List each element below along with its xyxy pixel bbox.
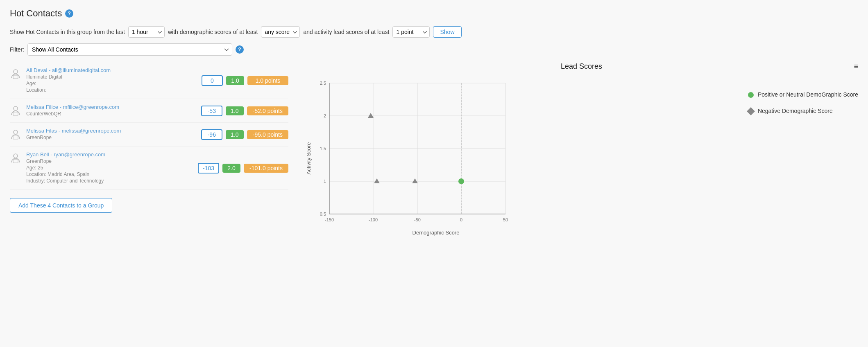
chart-point-3 [374,178,380,183]
contact-name-2[interactable]: Melissa Filice - mfilice@greenrope.com [26,104,196,110]
contact-company-1: Illuminate Digital [26,74,197,80]
demographic-score-badge-1: 0 [202,75,223,86]
contact-filter-select[interactable]: Show All Contacts Show Positive Demograp… [27,43,232,56]
svg-text:1.5: 1.5 [320,146,326,151]
chart-svg-wrapper: Activity Score Demographic Score [305,75,740,240]
demographic-score-badge-4: -103 [198,163,219,174]
contact-age-1: Age: [26,81,197,86]
contact-location-1: Location: [26,87,197,93]
filter-help-icon[interactable]: ? [236,45,244,54]
page-title: Hot Contacts [10,8,62,19]
contact-company-4: GreenRope [26,158,193,164]
scores-group-4: -103 2.0 -101.0 points [198,163,288,174]
svg-text:Demographic Score: Demographic Score [412,230,460,236]
page-title-section: Hot Contacts ? [10,8,858,19]
time-select[interactable]: 1 hour 6 hours 12 hours 24 hours 48 hour… [128,26,165,38]
contact-name-3[interactable]: Melissa Filas - melissa@greenrope.com [26,128,196,134]
total-points-badge-1: 1.0 points [247,76,288,85]
activity-score-select[interactable]: 1 point 2 points 5 points 10 points [392,26,430,38]
contact-industry-4: Industry: Computer and Technology [26,178,193,184]
contact-company-3: GreenRope [26,135,196,140]
svg-rect-5 [13,136,18,139]
scores-group-2: -53 1.0 -52.0 points [201,106,288,116]
chart-legend: Positive or Neutral DemoGraphic Score Ne… [748,75,858,240]
show-button[interactable]: Show [433,26,461,38]
chart-title: Lead Scores [561,62,602,71]
table-row: Ryan Bell - ryan@greenrope.com GreenRope… [10,146,288,190]
svg-text:2: 2 [324,113,326,118]
scores-group-1: 0 1.0 1.0 points [202,75,288,86]
contact-avatar-4 [10,152,21,164]
svg-rect-1 [13,75,18,79]
contact-location-4: Location: Madrid Area, Spain [26,171,193,177]
svg-point-4 [14,130,18,134]
add-group-button[interactable]: Add These 4 Contacts to a Group [10,198,112,213]
main-content: Ali Deval - ali@illuminatedigital.com Il… [10,62,858,240]
scores-group-3: -96 1.0 -95.0 points [201,129,288,140]
table-row: Melissa Filice - mfilice@greenrope.com C… [10,99,288,123]
filter-middle-text: with demographic scores of at least [168,29,258,35]
activity-score-badge-3: 1.0 [226,130,244,139]
chart-header: Lead Scores ≡ [305,62,858,71]
contact-name-4[interactable]: Ryan Bell - ryan@greenrope.com [26,151,193,158]
table-row: Ali Deval - ali@illuminatedigital.com Il… [10,62,288,99]
legend-negative-label: Negative Demographic Score [758,108,833,114]
filter-suffix-text: and activity lead scores of at least [303,29,389,35]
total-points-badge-4: -101.0 points [244,164,288,173]
svg-text:Activity Score: Activity Score [306,142,312,175]
demographic-score-badge-2: -53 [201,106,222,116]
svg-point-0 [14,70,18,74]
svg-rect-3 [13,112,18,115]
svg-rect-7 [13,160,18,163]
chart-point-1 [458,178,464,184]
contact-info-1: Ali Deval - ali@illuminatedigital.com Il… [26,67,197,94]
filter-row-1: Show Hot Contacts in this group from the… [10,26,858,38]
legend-positive-icon [748,92,754,98]
svg-point-2 [14,106,18,110]
svg-text:-150: -150 [325,217,334,222]
chart-menu-icon[interactable]: ≡ [854,62,858,71]
filter-prefix-text: Show Hot Contacts in this group from the… [10,29,125,35]
svg-text:1: 1 [324,179,326,184]
legend-item-negative: Negative Demographic Score [748,108,858,114]
contact-avatar-3 [10,128,21,140]
svg-text:0: 0 [460,217,462,222]
filter-label: Filter: [10,46,24,53]
page-help-icon[interactable]: ? [65,9,73,18]
contacts-list: Ali Deval - ali@illuminatedigital.com Il… [10,62,288,240]
legend-negative-icon [747,107,755,115]
activity-score-badge-2: 1.0 [226,106,244,115]
chart-container: Lead Scores ≡ Activity Score Demographic… [305,62,858,240]
svg-text:-50: -50 [414,217,421,222]
contact-avatar-1 [10,68,21,79]
contact-info-3: Melissa Filas - melissa@greenrope.com Gr… [26,128,196,141]
svg-text:-100: -100 [369,217,378,222]
contact-age-4: Age: 25 [26,165,193,171]
svg-text:0.5: 0.5 [320,212,326,216]
legend-positive-label: Positive or Neutral DemoGraphic Score [758,91,858,98]
total-points-badge-2: -52.0 points [247,106,288,115]
svg-text:50: 50 [503,217,508,222]
contact-company-2: CounterWebQR [26,111,196,117]
total-points-badge-3: -95.0 points [247,130,288,139]
activity-score-badge-4: 2.0 [222,164,240,173]
svg-text:2.5: 2.5 [320,81,326,86]
activity-score-badge-1: 1.0 [226,76,244,85]
contact-name-1[interactable]: Ali Deval - ali@illuminatedigital.com [26,67,197,73]
chart-area: Activity Score Demographic Score [305,75,858,240]
chart-point-2 [412,178,418,183]
svg-point-6 [14,154,18,158]
filter-row-2: Filter: Show All Contacts Show Positive … [10,43,858,56]
contact-info-2: Melissa Filice - mfilice@greenrope.com C… [26,104,196,117]
legend-item-positive: Positive or Neutral DemoGraphic Score [748,91,858,98]
demographic-score-badge-3: -96 [201,129,222,140]
table-row: Melissa Filas - melissa@greenrope.com Gr… [10,123,288,146]
demographic-score-select[interactable]: any score 1 point 5 points 10 points 25 … [261,26,300,38]
chart-point-4 [368,113,374,118]
contact-avatar-2 [10,105,21,116]
contact-info-4: Ryan Bell - ryan@greenrope.com GreenRope… [26,151,193,185]
